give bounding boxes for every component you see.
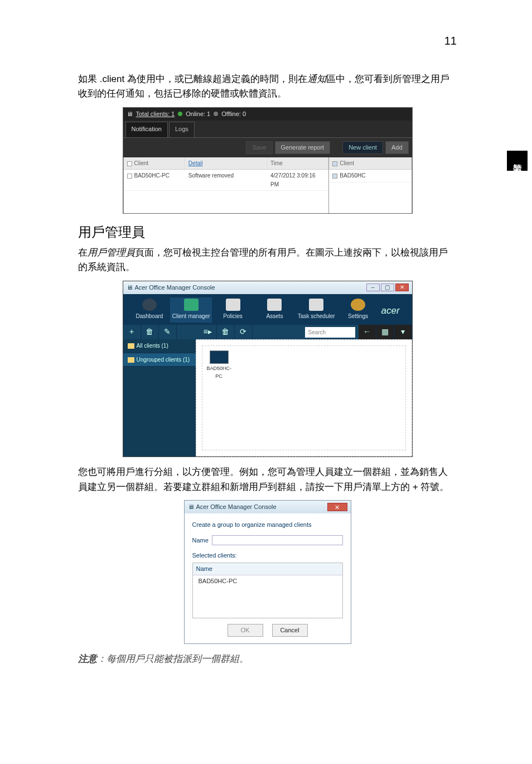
side-language-tab: 繁體中文 [507, 151, 528, 171]
offline-dot-icon [214, 112, 218, 116]
list-item[interactable]: BAD50HC-PC [193, 575, 342, 587]
close-button[interactable]: ✕ [395, 284, 409, 291]
nav-client-manager[interactable]: Client manager [170, 297, 212, 323]
side-col-client: Client [340, 160, 354, 166]
screenshot-create-group-dialog: 🖥 Acer Office Manager Console ✕ Create a… [184, 500, 351, 644]
name-label: Name [192, 536, 209, 545]
group-name-input[interactable] [212, 535, 343, 545]
table-row[interactable]: BAD50HC [329, 170, 411, 182]
nav-policies[interactable]: Policies [212, 297, 254, 323]
sidebar-all-label: All clients (1) [137, 342, 168, 350]
nav-dashboard-label: Dashboard [136, 313, 163, 319]
col-detail[interactable]: Detail [185, 157, 267, 170]
maximize-button[interactable]: ▢ [381, 284, 394, 291]
back-button[interactable]: ← [359, 325, 376, 339]
nav-tasksched-label: Task scheduler [298, 313, 335, 319]
ok-button: OK [228, 624, 263, 637]
dialog-heading: Create a group to organize managed clien… [192, 520, 343, 530]
page-number: 11 [78, 32, 457, 50]
para2-pre: 在 [78, 247, 88, 258]
side-row-client: BAD50HC [340, 172, 365, 179]
generate-report-button[interactable]: Generate report [275, 141, 331, 154]
heading-client-manager: 用戶管理員 [78, 222, 457, 242]
minimize-button[interactable]: – [366, 284, 380, 291]
view-dropdown-button[interactable]: ▾ [394, 325, 412, 339]
col-time: Time [267, 157, 328, 170]
monitor-icon [210, 350, 229, 364]
client-item[interactable]: BAD50HC-PC [207, 350, 231, 381]
acer-logo: acer [379, 304, 406, 323]
online-dot-icon [178, 112, 182, 116]
nav-task-scheduler[interactable]: Task scheduler [296, 297, 337, 323]
view-grid-button[interactable]: ▦ [376, 325, 394, 339]
status-bar: 🖥 Total clients: 1 Online: 1 Offline: 0 [123, 108, 412, 121]
nav-assets-label: Assets [266, 313, 283, 319]
nav-settings-label: Settings [348, 313, 368, 319]
tab-logs[interactable]: Logs [169, 122, 195, 137]
sidebar-item-ungrouped[interactable]: Ungrouped clients (1) [123, 353, 196, 367]
para2-em: 用戶管理員 [88, 247, 135, 258]
nav-policies-label: Policies [223, 313, 242, 319]
sidebar-ungrouped-label: Ungrouped clients (1) [137, 355, 190, 364]
row-detail: Software removed [185, 170, 267, 190]
save-button: Save [246, 141, 272, 154]
folder-icon [128, 357, 134, 363]
sidebar-item-all-clients[interactable]: All clients (1) [123, 339, 196, 353]
client-name: BAD50HC-PC [207, 366, 232, 379]
para1-em: 通知 [307, 74, 326, 84]
add-group-button[interactable]: + [123, 325, 141, 339]
row-client: BAD50HC-PC [134, 172, 170, 179]
screenshot-notification-panel: 🖥 Total clients: 1 Online: 1 Offline: 0 … [123, 107, 413, 214]
delete-group-button[interactable]: 🗑 [141, 325, 159, 339]
note-body: ：每個用戶只能被指派到一個群組。 [97, 654, 249, 664]
app-icon: 🖥 [188, 502, 194, 512]
online-count: Online: 1 [186, 109, 210, 119]
nav-settings[interactable]: Settings [337, 297, 379, 323]
total-clients-link[interactable]: Total clients: 1 [136, 109, 175, 119]
window-title: Acer Office Manager Console [135, 283, 215, 292]
para-grouping: 您也可將用戶進行分組，以方便管理。例如，您可為管理人員建立一個群組，並為銷售人員… [78, 465, 457, 494]
add-button[interactable]: Add [385, 141, 409, 154]
refresh-button[interactable]: ⟳ [235, 325, 253, 339]
screenshot-client-manager: 🖥 Acer Office Manager Console – ▢ ✕ Dash… [123, 281, 413, 458]
row-time: 4/27/2012 3:09:16 PM [267, 170, 328, 190]
cancel-button[interactable]: Cancel [272, 624, 308, 637]
note-text: 注意：每個用戶只能被指派到一個群組。 [78, 652, 457, 666]
list-col-name: Name [196, 565, 212, 572]
para-notification-intro: 如果 .client 為使用中，或已離線超過定義的時間，則在通知區中，您可看到所… [78, 72, 457, 102]
new-client-button[interactable]: New client [342, 141, 383, 154]
para1-pre: 如果 .client 為使用中，或已離線超過定義的時間，則在 [78, 74, 307, 84]
search-input[interactable]: Search [305, 327, 355, 338]
offline-count: Offline: 0 [221, 109, 246, 119]
app-icon: 🖥 [127, 283, 133, 292]
edit-group-button[interactable]: ✎ [159, 325, 177, 339]
side-select-all-checkbox[interactable] [332, 161, 337, 166]
note-lead: 注意 [78, 654, 97, 664]
row-checkbox[interactable] [127, 174, 132, 179]
list-item-name: BAD50HC-PC [199, 576, 238, 586]
delete-client-button[interactable]: 🗑 [217, 325, 235, 339]
col-client: Client [134, 160, 149, 166]
nav-assets[interactable]: Assets [254, 297, 296, 323]
folder-icon [128, 343, 134, 349]
para-client-manager-intro: 在用戶管理員頁面，您可檢視主控台管理的所有用戶。在圖示上連按兩下，以檢視該用戶的… [78, 246, 457, 275]
side-row-checkbox[interactable] [332, 174, 337, 179]
select-all-checkbox[interactable] [127, 161, 132, 166]
selected-clients-label: Selected clients: [192, 551, 343, 560]
nav-dashboard[interactable]: Dashboard [129, 297, 171, 323]
dialog-title: Acer Office Manager Console [196, 502, 277, 512]
close-button[interactable]: ✕ [327, 503, 347, 511]
table-row[interactable]: BAD50HC-PC Software removed 4/27/2012 3:… [124, 170, 329, 191]
list-icon[interactable]: ≡▸ [199, 325, 217, 339]
nav-clientmgr-label: Client manager [172, 313, 210, 319]
tab-notification[interactable]: Notification [125, 122, 168, 137]
